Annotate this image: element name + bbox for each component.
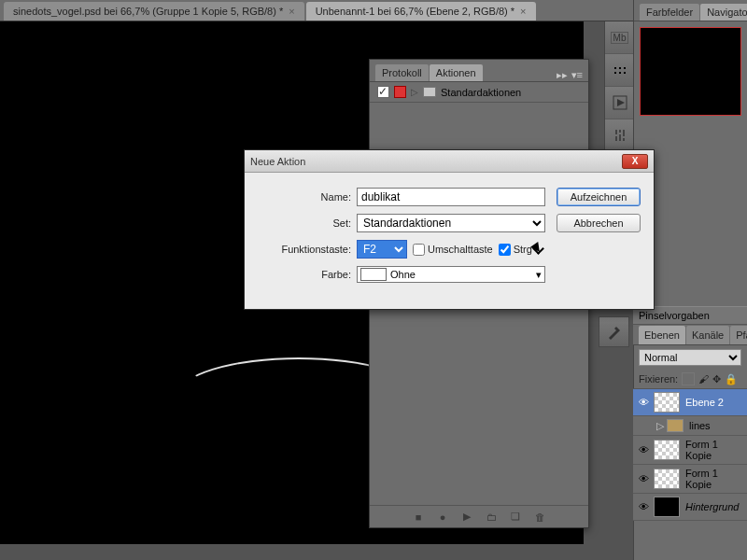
lock-row: Fixieren: 🖌 ✥ 🔒 (633, 370, 747, 389)
play-icon[interactable]: ▶ (461, 511, 472, 523)
doc-tab-2[interactable]: Unbenannt-1 bei 66,7% (Ebene 2, RGB/8) *… (306, 2, 536, 21)
set-select[interactable]: Standardaktionen (357, 214, 545, 232)
layer-thumb (654, 392, 680, 413)
actions-footer: ■ ● ▶ 🗀 ❏ 🗑 (370, 505, 588, 527)
layer-thumb (654, 440, 680, 460)
layer-ebene-2[interactable]: 👁 Ebene 2 (633, 389, 747, 416)
label-name: Name: (258, 191, 351, 203)
name-input[interactable] (357, 188, 545, 206)
action-set-label[interactable]: Standardaktionen (441, 87, 521, 98)
doc-tab-1-label: sinedots_vogel.psd bei 66,7% (Gruppe 1 K… (13, 6, 283, 17)
play-icon[interactable] (605, 87, 634, 119)
svg-rect-4 (619, 72, 621, 74)
dialog-title: Neue Aktion (250, 156, 305, 167)
svg-rect-2 (624, 67, 626, 69)
record-button[interactable]: Aufzeichnen (557, 188, 641, 206)
layer-form1-kopie-b[interactable]: 👁 Form 1 Kopie (633, 465, 747, 494)
trash-icon[interactable]: 🗑 (534, 511, 545, 523)
collapse-icon[interactable]: ▸▸ (557, 69, 568, 81)
layer-thumb (654, 497, 680, 517)
doc-tab-2-label: Unbenannt-1 bei 66,7% (Ebene 2, RGB/8) * (316, 6, 514, 17)
panel-menu-icon[interactable]: ▾≡ (571, 69, 583, 81)
folder-icon (423, 87, 436, 97)
lock-label: Fixieren: (639, 373, 678, 385)
tuning-icon[interactable] (605, 119, 634, 152)
folder-icon (667, 419, 684, 432)
lock-transparency-icon[interactable] (682, 372, 695, 385)
dialog-titlebar[interactable]: Neue Aktion X (245, 150, 654, 173)
shift-checkbox[interactable]: Umschalttaste (413, 244, 493, 256)
visibility-icon[interactable] (637, 419, 650, 432)
layer-name: Hintergrund (685, 501, 743, 512)
color-chip (360, 268, 387, 281)
stop-icon[interactable]: ■ (413, 511, 424, 523)
cancel-button[interactable]: Abbrechen (557, 214, 641, 232)
svg-rect-0 (614, 67, 616, 69)
layer-name: lines (689, 420, 743, 431)
tab-actions[interactable]: Aktionen (430, 64, 483, 81)
label-set: Set: (258, 217, 351, 229)
lock-brush-icon[interactable]: 🖌 (698, 373, 709, 385)
svg-rect-5 (624, 72, 626, 74)
ctrl-checkbox[interactable]: Strg (499, 244, 532, 256)
close-icon[interactable]: × (289, 6, 294, 17)
expand-icon[interactable]: ▷ (656, 420, 664, 432)
grip-icon[interactable] (605, 54, 634, 87)
layer-name: Ebene 2 (685, 397, 743, 408)
svg-rect-1 (619, 67, 621, 69)
visibility-icon[interactable]: 👁 (637, 443, 650, 456)
color-select[interactable]: Ohne ▾ (357, 266, 545, 283)
tab-channels[interactable]: Kanäle (686, 326, 729, 344)
chevron-down-icon: ▾ (536, 269, 542, 281)
tab-paths[interactable]: Pfade (730, 326, 747, 344)
layer-group-lines[interactable]: ▷ lines (633, 416, 747, 436)
new-action-dialog: Neue Aktion X Name: Set: Standardaktione… (244, 149, 655, 310)
visibility-icon[interactable]: 👁 (637, 396, 650, 409)
visibility-icon[interactable]: 👁 (637, 500, 650, 513)
nav-panel-tabs: Farbfelder Navigator (634, 0, 747, 21)
doc-tab-1[interactable]: sinedots_vogel.psd bei 66,7% (Gruppe 1 K… (4, 2, 304, 21)
blend-mode-select[interactable]: Normal (639, 349, 741, 366)
expand-icon[interactable]: ▷ (411, 87, 418, 97)
function-key-select[interactable]: F2 (357, 240, 407, 259)
close-icon[interactable]: X (622, 154, 648, 169)
new-set-icon[interactable]: 🗀 (486, 511, 497, 523)
svg-marker-7 (617, 99, 625, 106)
color-value: Ohne (390, 269, 416, 280)
label-color: Farbe: (258, 269, 351, 280)
label-function-key: Funktionstaste: (258, 244, 351, 255)
mb-icon[interactable]: Mb (605, 21, 634, 54)
layer-background[interactable]: 👁 Hintergrund (633, 494, 747, 521)
swatches-tab[interactable]: Farbfelder (640, 4, 699, 21)
svg-rect-3 (614, 72, 616, 74)
layer-name: Form 1 Kopie (685, 468, 743, 490)
toggle-dialog-icon[interactable] (394, 86, 406, 98)
blend-mode-row: Normal (633, 345, 747, 370)
layer-name: Form 1 Kopie (685, 439, 743, 461)
lock-move-icon[interactable]: ✥ (712, 373, 721, 385)
close-icon[interactable]: × (520, 6, 526, 17)
layer-thumb (654, 469, 680, 489)
tools-icon[interactable] (599, 316, 629, 347)
toggle-all-checkbox[interactable] (377, 86, 389, 98)
navigator-preview[interactable] (640, 27, 741, 116)
layer-form1-kopie-a[interactable]: 👁 Form 1 Kopie (633, 436, 747, 465)
new-action-icon[interactable]: ❏ (510, 511, 521, 523)
tab-history[interactable]: Protokoll (375, 64, 429, 81)
visibility-icon[interactable]: 👁 (637, 472, 650, 485)
navigator-tab[interactable]: Navigator (700, 4, 747, 21)
tab-layers[interactable]: Ebenen (639, 326, 685, 344)
lock-all-icon[interactable]: 🔒 (725, 373, 738, 385)
record-icon[interactable]: ● (437, 511, 448, 523)
